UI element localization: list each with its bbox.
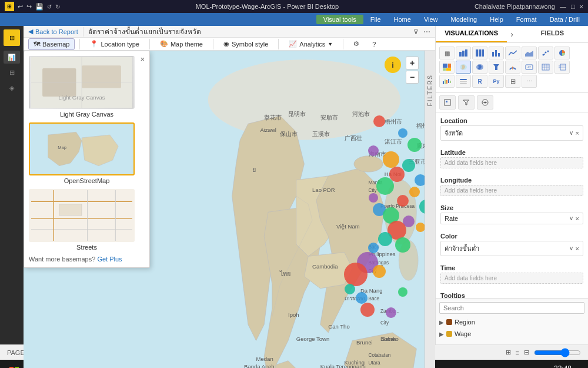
basemap-label-openstreetmap: OpenStreetMap (29, 177, 145, 184)
status-icon3[interactable]: ⊟ (524, 349, 529, 356)
map-info-btn[interactable]: i (385, 57, 401, 73)
model-view-icon[interactable]: ◈ (4, 81, 20, 94)
status-icon1[interactable]: ⊞ (506, 349, 511, 356)
svg-rect-55 (82, 65, 121, 88)
ribbon-tab-format[interactable]: Format (510, 15, 543, 24)
viz-expand-btn[interactable]: › (507, 26, 517, 42)
basemap-btn[interactable]: 🗺 Basemap (28, 38, 75, 50)
help-btn[interactable]: ? (367, 38, 381, 50)
ribbon-tab-modeling[interactable]: Modeling (445, 15, 483, 24)
settings-icon: ⚙ (353, 40, 359, 48)
ribbon-tab-view[interactable]: View (418, 15, 444, 24)
viz-icon-100percent-bar[interactable] (472, 47, 487, 59)
color-remove-btn[interactable]: × (576, 245, 579, 252)
viz-icon-more2[interactable]: ⋯ (522, 75, 537, 88)
field-group-region-header[interactable]: ▶ Region (439, 317, 584, 327)
symbol-style-btn[interactable]: ◉ Symbol style (218, 38, 273, 50)
basemap-label: Basemap (42, 41, 69, 48)
wage-expand-icon: ▶ (439, 331, 444, 337)
viz-icon-treemap[interactable] (439, 61, 455, 74)
viz-icon-map[interactable] (456, 61, 471, 74)
redo2-icon[interactable]: ↻ (55, 4, 60, 10)
ribbon-tab-datadrill[interactable]: Data / Drill (544, 15, 586, 24)
basemap-item-openstreetmap[interactable]: Map OpenStreetMap (29, 122, 145, 184)
viz-icon-slicer[interactable] (456, 75, 471, 88)
region-color-swatch (446, 319, 452, 325)
save-icon[interactable]: 💾 (35, 3, 44, 11)
location-remove-btn[interactable]: × (576, 130, 579, 137)
basemap-close-btn[interactable]: × (140, 55, 145, 64)
viz-icon-pie[interactable] (554, 47, 570, 59)
viz-icon-card[interactable]: 42 (522, 61, 537, 74)
map-theme-btn[interactable]: 🎨 Map theme (155, 38, 208, 50)
tab-visualizations[interactable]: VISUALIZATIONS (436, 26, 507, 42)
analytics-btn[interactable]: 📈 Analytics ▼ (283, 38, 338, 50)
taskbar-clock[interactable]: 22:48 17/02/2019 (542, 364, 572, 369)
viz-icon-column[interactable] (489, 47, 504, 59)
viz-icon-filled-map[interactable] (472, 61, 487, 74)
taskbar-start-btn[interactable] (5, 362, 24, 368)
viz-icon-py-visual[interactable]: Py (489, 75, 504, 88)
more-options-icon[interactable]: ⋯ (423, 28, 430, 36)
longitude-label: Longitude (440, 174, 583, 185)
minimize-btn[interactable]: — (560, 3, 566, 10)
size-chevron[interactable]: ∨ (569, 215, 573, 222)
fields-search-input[interactable] (439, 302, 584, 314)
ribbon-tab-help[interactable]: Help (484, 15, 509, 24)
taskbar-time: 22:48 (542, 364, 572, 369)
settings-btn[interactable]: ⚙ (348, 38, 365, 50)
report-view-icon[interactable]: 📊 (4, 51, 20, 64)
svg-point-82 (544, 54, 545, 55)
viz-icon-table[interactable] (538, 61, 553, 74)
viz-icon-bar[interactable]: ▦ (439, 47, 455, 59)
tab-fields[interactable]: FIELDS (517, 26, 588, 42)
status-bar-right: ⊞ ≡ ⊟ (506, 349, 581, 356)
ribbon-tab-home[interactable]: Home (388, 15, 417, 24)
viz-icon-scatter[interactable] (538, 47, 553, 59)
location-type-btn[interactable]: 📍 Location type (85, 38, 144, 50)
svg-text:湛江市: 湛江市 (385, 138, 402, 145)
undo2-icon[interactable]: ↺ (47, 4, 52, 10)
undo-btn[interactable]: ↩ (18, 3, 23, 11)
back-to-report-btn[interactable]: ◀ Back to Report (28, 28, 78, 35)
zoom-slider[interactable] (534, 349, 581, 356)
data-view-icon[interactable]: ⊞ (4, 66, 20, 79)
viz-icon-stacked-bar[interactable] (456, 47, 471, 59)
format-btn[interactable] (439, 95, 456, 110)
filter-visual-btn[interactable] (458, 95, 475, 110)
viz-icon-waterfall[interactable] (439, 75, 455, 88)
toolbar-sep2 (149, 39, 150, 49)
basemap-item-lightgray[interactable]: Light Gray Canvas Light Gray Canvas (29, 56, 145, 118)
status-icon2[interactable]: ≡ (516, 349, 519, 356)
zoom-in-btn[interactable]: + (406, 57, 419, 69)
ribbon-visual-tools[interactable]: Visual tools (316, 15, 363, 24)
ribbon-tab-file[interactable]: File (365, 15, 387, 24)
color-chevron[interactable]: ∨ (569, 245, 573, 252)
power-bi-icon[interactable]: ⊞ (4, 29, 20, 46)
viz-icon-matrix[interactable] (554, 61, 570, 74)
field-group-wage-header[interactable]: ▶ Wage (439, 329, 584, 339)
viz-icon-area[interactable] (522, 47, 537, 59)
latitude-add-box[interactable]: Add data fields here (440, 157, 583, 168)
viz-icon-line[interactable] (505, 47, 520, 59)
zoom-out-btn[interactable]: − (406, 71, 419, 84)
size-remove-btn[interactable]: × (576, 215, 579, 222)
svg-text:Cambodia: Cambodia (312, 263, 338, 270)
svg-marker-90 (493, 64, 499, 70)
basemap-item-streets[interactable]: Streets (29, 189, 145, 251)
viz-icon-r-visual[interactable]: R (472, 75, 487, 88)
viz-icon-funnel[interactable] (489, 61, 504, 74)
filter-icon[interactable]: ⊽ (413, 28, 419, 36)
location-chevron[interactable]: ∨ (569, 130, 573, 137)
redo-btn[interactable]: ↪ (26, 3, 32, 11)
time-add-box[interactable]: Add data fields here (440, 273, 583, 284)
viz-icon-more1[interactable]: ⊞ (505, 75, 520, 88)
svg-text:福州市: 福州市 (416, 122, 425, 129)
maximize-btn[interactable]: □ (571, 3, 575, 10)
longitude-add-box[interactable]: Add data fields here (440, 185, 583, 196)
viz-icon-gauge[interactable] (505, 61, 520, 74)
basemap-get-plus-link[interactable]: Get Plus (97, 256, 122, 263)
map-area[interactable]: ย Lao PDR Việt Nam ไทย Cambodia George T… (24, 51, 425, 368)
analytics-visual-btn[interactable] (477, 95, 493, 110)
close-btn[interactable]: × (580, 3, 583, 10)
